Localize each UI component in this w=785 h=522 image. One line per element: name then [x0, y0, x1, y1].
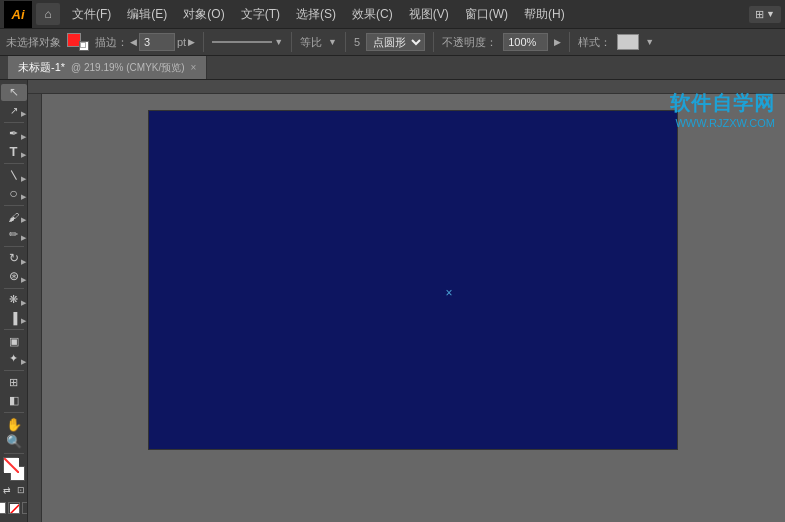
stroke-options: 描边： ◀ pt ▶ — [95, 33, 195, 51]
points-label: 5 — [354, 36, 360, 48]
tab-close-button[interactable]: × — [191, 62, 197, 73]
fill-color-swatch[interactable] — [67, 33, 89, 51]
menu-window[interactable]: 窗口(W) — [457, 3, 516, 26]
color-fill-button[interactable] — [0, 502, 6, 514]
workspace-icon: ⊞ — [755, 8, 764, 21]
opacity-label: 不透明度： — [442, 35, 497, 50]
direct-select-tool[interactable]: ↗ ▶ — [1, 102, 27, 119]
pencil-icon: ✏ — [9, 228, 18, 241]
menu-help[interactable]: 帮助(H) — [516, 3, 573, 26]
mesh-tool[interactable]: ⊞ — [1, 374, 27, 391]
menu-select[interactable]: 选择(S) — [288, 3, 344, 26]
artboard: × — [148, 110, 678, 450]
line-tool[interactable]: / ▶ — [1, 167, 27, 184]
tool-submenu-arrow: ▶ — [21, 110, 26, 118]
select-icon: ↖ — [9, 85, 19, 99]
symbol-icon: ❋ — [9, 293, 18, 306]
watermark-url: WWW.RJZXW.COM — [670, 117, 775, 129]
tool-submenu-arrow-9: ▶ — [21, 276, 26, 284]
paintbrush-tool[interactable]: 🖌 ▶ — [1, 208, 27, 225]
pen-tool[interactable]: ✒ ▶ — [1, 125, 27, 142]
watermark: 软件自学网 WWW.RJZXW.COM — [670, 90, 775, 129]
separator-1 — [203, 32, 204, 52]
artboard-icon: ▣ — [9, 335, 19, 348]
graph-tool[interactable]: ▐ ▶ — [1, 309, 27, 326]
menu-file[interactable]: 文件(F) — [64, 3, 119, 26]
line-icon: / — [6, 168, 20, 182]
home-button[interactable]: ⌂ — [36, 3, 60, 25]
paintbrush-icon: 🖌 — [8, 211, 19, 223]
select-tool[interactable]: ↖ — [1, 84, 27, 101]
opacity-chevron[interactable]: ▶ — [554, 37, 561, 47]
stroke-chevron-right[interactable]: ▶ — [188, 37, 195, 47]
stroke-value-input[interactable] — [139, 33, 175, 51]
pencil-tool[interactable]: ✏ ▶ — [1, 226, 27, 243]
menu-view[interactable]: 视图(V) — [401, 3, 457, 26]
tab-title: 未标题-1* — [18, 60, 65, 75]
canvas-content: × 软件自学网 WWW.RJZXW.COM — [28, 80, 785, 522]
tool-submenu-arrow-3: ▶ — [21, 151, 26, 159]
menu-type[interactable]: 文字(T) — [233, 3, 288, 26]
warp-tool[interactable]: ⊛ ▶ — [1, 268, 27, 285]
equal-chevron[interactable]: ▼ — [328, 37, 337, 47]
crosshair: × — [444, 288, 454, 298]
symbol-tool[interactable]: ❋ ▶ — [1, 291, 27, 308]
fill-color-box — [3, 457, 18, 472]
watermark-title: 软件自学网 — [670, 90, 775, 117]
artboard-tool[interactable]: ▣ — [1, 333, 27, 350]
stroke-line-display — [212, 41, 272, 43]
style-chevron[interactable]: ▼ — [645, 37, 654, 47]
tool-submenu-arrow-11: ▶ — [21, 317, 26, 325]
shape-dropdown[interactable]: 点圆形 — [366, 33, 425, 51]
tool-separator-5 — [4, 288, 24, 289]
zoom-tool[interactable]: 🔍 — [1, 433, 27, 450]
tool-submenu-arrow-7: ▶ — [21, 234, 26, 242]
pen-icon: ✒ — [9, 127, 18, 140]
ellipse-icon: ○ — [9, 185, 17, 201]
color-tools: ⇄ ⊡ — [0, 457, 28, 518]
style-label: 样式： — [578, 35, 611, 50]
menu-object[interactable]: 对象(O) — [175, 3, 232, 26]
tool-submenu-arrow-4: ▶ — [21, 175, 26, 183]
menu-edit[interactable]: 编辑(E) — [119, 3, 175, 26]
tool-separator-9 — [4, 453, 24, 454]
eyedropper-icon: ✦ — [9, 352, 18, 365]
title-bar: Ai ⌂ 文件(F) 编辑(E) 对象(O) 文字(T) 选择(S) 效果(C)… — [0, 0, 785, 28]
tool-submenu-arrow-5: ▶ — [21, 193, 26, 201]
document-tab[interactable]: 未标题-1* @ 219.19% (CMYK/预览) × — [8, 56, 207, 79]
rotate-tool[interactable]: ↻ ▶ — [1, 250, 27, 267]
tool-submenu-arrow-12: ▶ — [21, 358, 26, 366]
tool-separator-8 — [4, 412, 24, 413]
ellipse-tool[interactable]: ○ ▶ — [1, 185, 27, 202]
workspace-switcher[interactable]: ⊞ ▼ — [749, 6, 781, 23]
stroke-style-preview[interactable]: ▼ — [212, 37, 283, 47]
canvas-area[interactable]: × 软件自学网 WWW.RJZXW.COM — [28, 80, 785, 522]
type-tool[interactable]: T ▶ — [1, 143, 27, 160]
swap-colors-button[interactable]: ⇄ — [1, 485, 13, 497]
color-mode-buttons: ⇄ ⊡ — [1, 485, 27, 497]
tool-submenu-arrow-2: ▶ — [21, 133, 26, 141]
equal-ratio-label: 等比 — [300, 35, 322, 50]
tool-separator-1 — [4, 122, 24, 123]
options-bar: 未选择对象 描边： ◀ pt ▶ ▼ 等比 ▼ 5 点圆形 不透明度： ▶ 样式… — [0, 28, 785, 56]
reset-colors-button[interactable]: ⊡ — [15, 485, 27, 497]
color-type-buttons — [0, 502, 28, 514]
style-swatch[interactable] — [617, 34, 639, 50]
stroke-chevron-left[interactable]: ◀ — [130, 37, 137, 47]
eyedropper-tool[interactable]: ✦ ▶ — [1, 351, 27, 368]
rotate-icon: ↻ — [9, 251, 19, 265]
opacity-input[interactable] — [503, 33, 548, 51]
no-selection-label: 未选择对象 — [6, 35, 61, 50]
menu-bar: 文件(F) 编辑(E) 对象(O) 文字(T) 选择(S) 效果(C) 视图(V… — [64, 3, 745, 26]
fill-stroke-colors[interactable] — [1, 457, 27, 481]
left-toolbar: ↖ ↗ ▶ ✒ ▶ T ▶ / ▶ ○ ▶ 🖌 ▶ ✏ ▶ — [0, 80, 28, 522]
separator-3 — [345, 32, 346, 52]
hand-icon: ✋ — [6, 417, 22, 432]
separator-5 — [569, 32, 570, 52]
gradient-tool[interactable]: ◧ — [1, 392, 27, 409]
menu-effect[interactable]: 效果(C) — [344, 3, 401, 26]
stroke-style-chevron: ▼ — [274, 37, 283, 47]
direct-select-icon: ↗ — [10, 105, 18, 116]
hand-tool[interactable]: ✋ — [1, 416, 27, 433]
none-button[interactable] — [8, 502, 20, 514]
